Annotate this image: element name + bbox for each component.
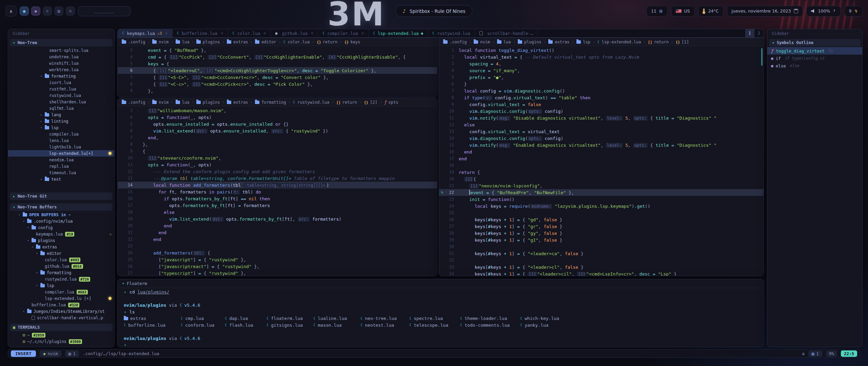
code-line[interactable]: 14 vim.diagnostic.config(opts: config) [439,135,764,142]
code-line[interactable]: 17end [439,155,764,162]
terminals-section-header[interactable]: ▣ TERMINALS [10,324,113,331]
breadcrumb-item-lsp-extended-lua[interactable]: ☾lsp-extended.lua [597,40,641,44]
code-line[interactable]: 20 end [118,222,437,229]
keyboard-layout-widget[interactable]: US [671,6,695,17]
tab-compiler-lua[interactable]: ☾compiler.lua× [318,29,369,37]
tree-item-color-lua[interactable]: color.lua#493 [8,257,114,263]
code-line[interactable]: 10 vim.diagnostic.config(opts: config) [439,108,764,115]
tree-item-config[interactable]: ▾config [8,224,114,231]
code-line[interactable]: 21 [1]"neovim/nvim-lspconfig", [439,182,764,189]
code-line[interactable]: 20 [1]{ [439,176,764,182]
close-icon[interactable]: × [263,31,266,36]
code-line[interactable]: 25 [439,209,764,216]
close-icon[interactable]: × [165,31,167,36]
code-line[interactable]: 24 add_formatters(tbl: { [118,249,437,256]
floaterm-header[interactable]: ▾ Floaterm [118,279,764,288]
workspace-button-1[interactable]: ◉ [20,6,29,16]
breadcrumb-item-return[interactable]: []return [648,40,669,44]
workspace-button-3[interactable]: ⊙ [43,6,52,16]
code-line[interactable]: 21 end [118,229,437,236]
breadcrumb-item-formatting[interactable]: formatting [255,100,286,105]
tree-item-c-n-l-plugins[interactable]: ⊡~/.c/n/l/plugins#3980 [8,338,114,345]
breadcrumb-item-extras[interactable]: extras [548,40,569,44]
code-line[interactable]: 7 { [1]"<S-C>", [2]"<cmd>CccConvert<cr>"… [118,74,437,81]
code-line[interactable]: 26 keys[#keys + 1] = { "gd", false } [439,216,764,223]
breadcrumb-item-return[interactable]: []return [336,100,357,105]
tree-item-editor[interactable]: ▾editor [8,250,114,257]
code-line[interactable]: 15 vim.notify(msg: "Enabled diagnostics … [439,142,764,148]
code-line[interactable]: 3 event = { "BufRead" }, [118,47,437,54]
tree-item-config-nvim-lua[interactable]: ▾.config/nvim/lua [8,218,114,224]
code-area[interactable]: 1local function toggle_diag_virtext()2 l… [439,46,764,276]
code-line[interactable]: 5 keys = { [118,60,437,67]
weather-widget[interactable]: 24°C [698,6,724,17]
code-line[interactable]: 26 ["javascriptreact"] = { "rustywind" }… [118,263,437,270]
neotree-section-header[interactable]: ▾ Neo-Tree [10,39,113,46]
code-line[interactable]: 8 }, [118,141,437,148]
breadcrumb-item-nvim[interactable]: nvim [152,40,169,44]
tree-item-shellharden-lua[interactable]: shellharden.lua [8,99,114,105]
breadcrumb-item-2[interactable]: {}[2] [364,100,377,105]
tree-item-lsp-extended-lu[interactable]: lsp-extended.lu[+] [8,150,114,157]
code-line[interactable]: 9 }, [118,87,437,94]
tree-item-rustywind-lua[interactable]: rustywind.lua#726 [8,276,114,282]
breadcrumb-item-plugins[interactable]: plugins [518,40,541,44]
tree-item-rustfmt-lua[interactable]: rustfmt.lua [8,86,114,92]
code-line[interactable]: 5 opts.ensure_installed = opts.ensure_in… [118,121,437,127]
tree-item-isort-lua[interactable]: isort.lua [8,79,114,86]
breadcrumb-item-rustywind-lua[interactable]: ☾rustywind.lua [293,100,329,105]
code-line[interactable]: 3 [1]"williamboman/mason.nvim", [118,107,437,114]
breadcrumb-item-lua[interactable]: lua [497,40,511,44]
code-line[interactable]: 6 } [439,81,764,87]
tree-item-lsp[interactable]: ▾lsp [8,282,114,289]
volume-widget[interactable]: 100% ↑ [806,6,841,17]
tree-item-smart-splits-lua[interactable]: smart-splits.lua [8,47,114,54]
tabpage-2[interactable]: 2 [754,29,764,37]
tree-item-worktree-lua[interactable]: worktree.lua [8,66,114,73]
breadcrumb-item-config[interactable]: .config [122,100,145,105]
code-line[interactable]: 13 config.virtual_text = virtual_text [439,128,764,135]
tab-github-lua[interactable]: ◉github.lua× [271,29,318,37]
tree-item-compiler-lua[interactable]: compiler.lua#682 [8,289,114,295]
tree-item-extras[interactable]: ▾extras [8,244,114,250]
terminal-output[interactable]: ›cd lua/plugins/ nvim/lua/pluginsvia☾v5.… [118,288,764,347]
code-line[interactable]: 5 prefix = "●", [439,74,764,81]
tree-item-lens-lua[interactable]: lens.lua [8,137,114,144]
code-line[interactable]: 17 opts.formatters_by_ft[ft] = formatter… [118,202,437,209]
symbol-else[interactable]: ▣elseelse [767,62,862,69]
tree-item-plugins[interactable]: ▾plugins [8,237,114,244]
code-line[interactable]: 27 keys[#keys + 1] = { "gr", false } [439,223,764,230]
symbol-if[interactable]: ▣ifif type(config.vi [767,55,862,62]
launcher-button[interactable]: ∧ [5,5,17,17]
code-line[interactable]: 11 opts = function(_, opts) [118,161,437,168]
code-line[interactable]: 33 keys[#keys + 1] = { "<leader>cl", fal… [439,264,764,270]
close-icon[interactable]: × [311,31,313,36]
tree-item-lightbulb-lua[interactable]: lightbulb.lua [8,144,114,150]
close-icon[interactable]: × [361,31,364,36]
scrollbar[interactable] [761,48,763,66]
tab-keymaps-lua[interactable]: ☾keymaps.lua⚠3× [118,29,173,37]
symbol-toggle-diag-virtext[interactable]: ƒtoggle_diag_virtextfu [767,47,862,55]
tree-item-timeout-lua[interactable]: timeout.lua [8,169,114,176]
tab-lsp-extended-lua[interactable]: ☾lsp-extended.lua● [369,29,428,37]
code-line[interactable]: 7 end, [118,134,437,141]
code-line[interactable]: 12 --- Extend the conform plugin config … [118,168,437,175]
code-line[interactable]: 30 [439,243,764,250]
breadcrumb-item-keys[interactable]: {}keys [344,40,360,44]
code-line[interactable]: 4 source = "if_many", [439,67,764,74]
neotree-buffers-section-header[interactable]: ▾ Neo-Tree Buffers [10,203,113,211]
tree-item-neodim-lua[interactable]: neodim.lua [8,157,114,163]
workspace-button-4[interactable]: ▦ [54,6,63,16]
date-widget[interactable]: jueves, noviembre 16, 2023 [727,6,803,17]
tree-item-test[interactable]: ▸test [8,176,114,182]
breadcrumb-item-nvim[interactable]: nvim [474,40,490,44]
tree-item-keymaps-lua[interactable]: keymaps.lua#10⚠ [8,231,114,237]
code-area[interactable]: 3 [1]"williamboman/mason.nvim",4 opts = … [118,106,437,276]
code-line[interactable]: 6 { [1]"<leader>uC", [2]"<cmd>CccHighlig… [118,67,437,74]
code-line[interactable]: 23 init = function() [439,196,764,203]
code-line[interactable]: 10 [1]"stevearc/conform.nvim", [118,155,437,161]
tree-item-item[interactable]: ⊡~#2859 [8,332,114,338]
workspace-button-5[interactable]: ≡ [66,6,75,16]
tree-item-compiler-lua[interactable]: compiler.lua [8,131,114,137]
breadcrumb-item-1[interactable]: {}[1] [676,40,689,44]
